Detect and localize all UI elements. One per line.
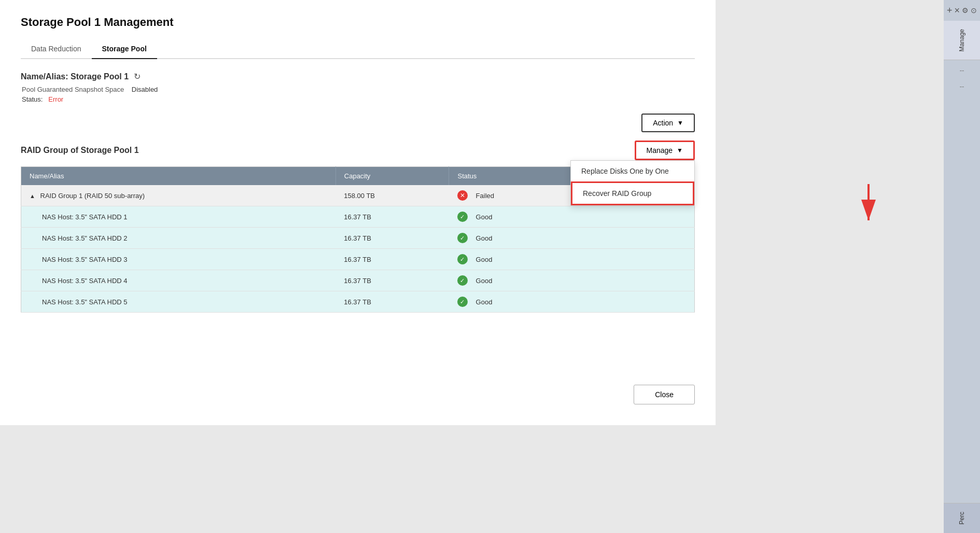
- pool-name: Name/Alias: Storage Pool 1: [21, 72, 129, 81]
- tab-bar: Data Reduction Storage Pool: [21, 39, 695, 59]
- status-good-icon: ✓: [457, 254, 468, 264]
- right-panel-dash1: --: [960, 66, 964, 74]
- hdd2-name-cell: NAS Host: 3.5" SATA HDD 2: [21, 228, 336, 249]
- hdd5-type-cell: [577, 291, 695, 313]
- status-good-icon: ✓: [457, 212, 468, 222]
- hdd5-status-cell: ✓ Good: [449, 291, 577, 313]
- arrow-annotation: [853, 181, 894, 233]
- hdd1-capacity-cell: 16.37 TB: [335, 206, 449, 228]
- status-line: Status: Error: [21, 95, 695, 103]
- hdd1-status-cell: ✓ Good: [449, 206, 577, 228]
- table-row: NAS Host: 3.5" SATA HDD 1 16.37 TB ✓ Goo…: [21, 206, 695, 228]
- raid-section-title: RAID Group of Storage Pool 1: [21, 146, 139, 155]
- hdd2-type-cell: [577, 228, 695, 249]
- tab-data-reduction[interactable]: Data Reduction: [21, 39, 92, 59]
- status-good-icon: ✓: [457, 233, 468, 243]
- dropdown-item-replace-disks[interactable]: Replace Disks One by One: [571, 161, 694, 181]
- right-panel-dash2: --: [960, 82, 964, 90]
- hdd1-name-cell: NAS Host: 3.5" SATA HDD 1: [21, 206, 336, 228]
- page-title: Storage Pool 1 Management: [21, 16, 695, 29]
- status-good-icon: ✓: [457, 275, 468, 286]
- dropdown-item-recover-raid[interactable]: Recover RAID Group: [571, 181, 694, 205]
- hdd3-capacity-cell: 16.37 TB: [335, 249, 449, 270]
- status-value: Error: [48, 95, 63, 103]
- raid-section: RAID Group of Storage Pool 1 Manage ▼ Re…: [21, 141, 695, 313]
- plus-icon[interactable]: +: [947, 5, 953, 16]
- status-error-icon: ✕: [457, 190, 468, 201]
- table-row: NAS Host: 3.5" SATA HDD 5 16.37 TB ✓ Goo…: [21, 291, 695, 313]
- pool-info-section: Name/Alias: Storage Pool 1 ↻ Pool Guaran…: [21, 72, 695, 103]
- refresh-icon[interactable]: ↻: [134, 72, 141, 81]
- manage-dropdown-menu: Replace Disks One by One Recover RAID Gr…: [570, 160, 695, 206]
- tab-storage-pool[interactable]: Storage Pool: [92, 39, 157, 59]
- hdd4-name-cell: NAS Host: 3.5" SATA HDD 4: [21, 270, 336, 291]
- hdd1-type-cell: [577, 206, 695, 228]
- table-row: NAS Host: 3.5" SATA HDD 2 16.37 TB ✓ Goo…: [21, 228, 695, 249]
- col-capacity: Capacity: [335, 167, 449, 186]
- hdd4-capacity-cell: 16.37 TB: [335, 270, 449, 291]
- close-button[interactable]: Close: [634, 385, 695, 404]
- raid-header: RAID Group of Storage Pool 1 Manage ▼ Re…: [21, 141, 695, 160]
- expand-icon[interactable]: ▲: [30, 193, 35, 199]
- status-good-icon: ✓: [457, 297, 468, 307]
- action-area: Action ▼: [21, 114, 695, 132]
- hdd4-status-cell: ✓ Good: [449, 270, 577, 291]
- manage-button[interactable]: Manage ▼: [635, 141, 695, 160]
- raid-group-name-cell: ▲ RAID Group 1 (RAID 50 sub-array): [21, 185, 336, 206]
- manage-chevron-icon: ▼: [677, 147, 683, 154]
- action-button[interactable]: Action ▼: [641, 114, 695, 132]
- hdd4-type-cell: [577, 270, 695, 291]
- hdd2-capacity-cell: 16.37 TB: [335, 228, 449, 249]
- hdd3-type-cell: [577, 249, 695, 270]
- hdd3-name-cell: NAS Host: 3.5" SATA HDD 3: [21, 249, 336, 270]
- pool-header: Name/Alias: Storage Pool 1 ↻: [21, 72, 695, 81]
- table-row: NAS Host: 3.5" SATA HDD 4 16.37 TB ✓ Goo…: [21, 270, 695, 291]
- hdd5-name-cell: NAS Host: 3.5" SATA HDD 5: [21, 291, 336, 313]
- hdd3-status-cell: ✓ Good: [449, 249, 577, 270]
- settings2-icon[interactable]: ⊙: [971, 6, 977, 15]
- hdd2-status-cell: ✓ Good: [449, 228, 577, 249]
- manage-dropdown-wrapper: Manage ▼ Replace Disks One by One Recove…: [635, 141, 695, 160]
- col-status: Status: [449, 167, 577, 186]
- action-chevron-icon: ▼: [677, 119, 683, 127]
- snapshot-info: Pool Guaranteed Snapshot Space Disabled: [21, 86, 695, 93]
- settings-icon[interactable]: ⚙: [962, 6, 969, 15]
- table-row: NAS Host: 3.5" SATA HDD 3 16.37 TB ✓ Goo…: [21, 249, 695, 270]
- close-panel-icon[interactable]: ×: [954, 5, 960, 16]
- col-name: Name/Alias: [21, 167, 336, 186]
- raid-group-status-cell: ✕ Failed: [449, 185, 577, 206]
- right-tab-manage[interactable]: Manage: [958, 29, 965, 51]
- raid-group-capacity-cell: 158.00 TB: [335, 185, 449, 206]
- hdd5-capacity-cell: 16.37 TB: [335, 291, 449, 313]
- right-tab-perc[interactable]: Perc: [958, 512, 965, 525]
